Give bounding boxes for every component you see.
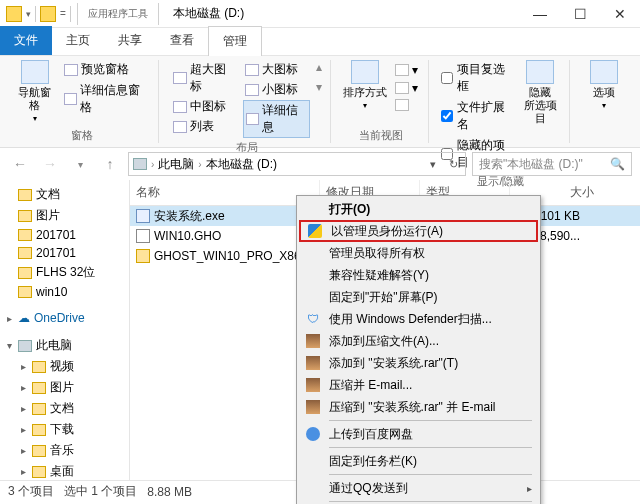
tree-item[interactable]: ▸文档 (0, 398, 129, 419)
chevron-right-icon: ▸ (527, 483, 532, 494)
group-by-button[interactable]: ▾ (393, 62, 420, 78)
ribbon-group-panes: 导航窗格 ▾ 预览窗格 详细信息窗格 窗格 (6, 60, 159, 143)
ctx-email-rar[interactable]: 压缩到 "安装系统.rar" 并 E-mail (299, 396, 538, 418)
col-name[interactable]: 名称 (130, 180, 320, 205)
nav-pane-button[interactable]: 导航窗格 ▾ (14, 60, 56, 124)
rar-icon (306, 400, 320, 414)
rar-icon (306, 334, 320, 348)
ctx-defender-scan[interactable]: 🛡使用 Windows Defender扫描... (299, 308, 538, 330)
history-dropdown[interactable]: ▾ (68, 152, 92, 176)
address-row: ← → ▾ ↑ › 此电脑 › 本地磁盘 (D:) ▾ ↻ 搜索"本地磁盘 (D… (0, 148, 640, 180)
nav-tree[interactable]: 文档图片201701201701FLHS 32位win10 ▸☁OneDrive… (0, 180, 130, 480)
status-size: 8.88 MB (147, 485, 192, 499)
chevron-icon[interactable]: › (151, 159, 154, 170)
tree-item[interactable]: 201701 (0, 244, 129, 262)
maximize-button[interactable]: ☐ (560, 0, 600, 28)
back-button[interactable]: ← (8, 152, 32, 176)
tree-item[interactable]: 图片 (0, 205, 129, 226)
quick-access-toolbar: ▾ = (0, 6, 77, 22)
sm-icons-button[interactable]: 小图标 (243, 80, 310, 99)
status-selected: 选中 1 个项目 (64, 483, 137, 500)
up-button[interactable]: ↑ (98, 152, 122, 176)
ribbon: 导航窗格 ▾ 预览窗格 详细信息窗格 窗格 超大图标 中图标 列表 大图标 小图… (0, 56, 640, 148)
address-bar[interactable]: › 此电脑 › 本地磁盘 (D:) ▾ ↻ (128, 152, 466, 176)
qat-arrow[interactable]: = (60, 8, 66, 19)
tree-item[interactable]: win10 (0, 283, 129, 301)
ctx-add-archive[interactable]: 添加到压缩文件(A)... (299, 330, 538, 352)
tree-item[interactable]: FLHS 32位 (0, 262, 129, 283)
ribbon-group-show-hide: 项目复选框 文件扩展名 隐藏的项目 隐藏 所选项目 显示/隐藏 (433, 60, 570, 143)
tree-item[interactable]: ▸音乐 (0, 440, 129, 461)
tree-onedrive[interactable]: ▸☁OneDrive (0, 309, 129, 327)
dropdown-icon[interactable]: ▾ (425, 158, 441, 171)
folder-icon (32, 424, 46, 436)
ctx-admin-ownership[interactable]: 管理员取得所有权 (299, 242, 538, 264)
group-label: 当前视图 (359, 126, 403, 143)
refresh-icon[interactable]: ↻ (445, 158, 461, 171)
ctx-run-as-admin[interactable]: 以管理员身份运行(A) (299, 220, 538, 242)
file-icon (136, 249, 150, 263)
tab-file[interactable]: 文件 (0, 26, 52, 55)
tree-item[interactable]: ▸视频 (0, 356, 129, 377)
qat-arrow[interactable]: ▾ (26, 9, 31, 19)
tree-item[interactable]: ▸下载 (0, 419, 129, 440)
ctx-compat-troubleshoot[interactable]: 兼容性疑难解答(Y) (299, 264, 538, 286)
ctx-open[interactable]: 打开(O) (299, 198, 538, 220)
group-label: 窗格 (71, 126, 93, 143)
folder-icon (32, 361, 46, 373)
scroll-up-icon[interactable]: ▴ (316, 60, 322, 74)
tab-manage[interactable]: 管理 (208, 26, 262, 56)
folder-icon (18, 267, 32, 279)
status-count: 3 个项目 (8, 483, 54, 500)
ctx-pin-start[interactable]: 固定到"开始"屏幕(P) (299, 286, 538, 308)
details-button[interactable]: 详细信息 (243, 100, 310, 138)
tree-item[interactable]: ▸桌面 (0, 461, 129, 480)
forward-button[interactable]: → (38, 152, 62, 176)
ctx-baidu-upload[interactable]: 上传到百度网盘 (299, 423, 538, 445)
tab-view[interactable]: 查看 (156, 26, 208, 55)
lg-icons-button[interactable]: 大图标 (243, 60, 310, 79)
search-input[interactable]: 搜索"本地磁盘 (D:)" 🔍 (472, 152, 632, 176)
tree-item[interactable]: 文档 (0, 184, 129, 205)
folder-icon (18, 189, 32, 201)
ctx-pin-taskbar[interactable]: 固定到任务栏(K) (299, 450, 538, 472)
options-button[interactable]: 选项 ▾ (582, 60, 626, 111)
contextual-tool-tab[interactable]: 应用程序工具 (77, 3, 159, 25)
xl-icons-button[interactable]: 超大图标 (171, 60, 236, 96)
folder-icon (18, 229, 32, 241)
folder-icon (18, 286, 32, 298)
folder-icon (32, 403, 46, 415)
ribbon-group-layout: 超大图标 中图标 列表 大图标 小图标 详细信息 ▴ ▾ 布局 (163, 60, 331, 143)
close-button[interactable]: ✕ (600, 0, 640, 28)
ctx-email[interactable]: 压缩并 E-mail... (299, 374, 538, 396)
folder-icon (18, 247, 32, 259)
add-columns-button[interactable]: ▾ (393, 80, 420, 96)
crumb-this-pc[interactable]: 此电脑 (158, 156, 194, 173)
scroll-down-icon[interactable]: ▾ (316, 80, 322, 94)
crumb-path[interactable]: 本地磁盘 (D:) (206, 156, 277, 173)
search-placeholder: 搜索"本地磁盘 (D:)" (479, 156, 583, 173)
minimize-button[interactable]: — (520, 0, 560, 28)
size-columns-button[interactable] (393, 98, 420, 112)
tree-item[interactable]: ▸图片 (0, 377, 129, 398)
sort-by-button[interactable]: 排序方式 ▾ (343, 60, 387, 111)
check-file-ext[interactable]: 文件扩展名 (441, 98, 513, 134)
folder-icon (32, 382, 46, 394)
preview-pane-button[interactable]: 预览窗格 (62, 60, 150, 79)
file-icon (136, 209, 150, 223)
ctx-add-rar[interactable]: 添加到 "安装系统.rar"(T) (299, 352, 538, 374)
tab-share[interactable]: 共享 (104, 26, 156, 55)
list-button[interactable]: 列表 (171, 117, 236, 136)
tab-home[interactable]: 主页 (52, 26, 104, 55)
tree-this-pc[interactable]: ▾此电脑 (0, 335, 129, 356)
window-title: 本地磁盘 (D:) (173, 5, 244, 22)
ctx-qq-send[interactable]: 通过QQ发送到▸ (299, 477, 538, 499)
details-pane-button[interactable]: 详细信息窗格 (62, 81, 150, 117)
hide-selected-button[interactable]: 隐藏 所选项目 (519, 60, 561, 126)
tree-item[interactable]: 201701 (0, 226, 129, 244)
folder-icon (40, 6, 56, 22)
chevron-icon[interactable]: › (198, 159, 201, 170)
folder-icon (32, 445, 46, 457)
check-item-checkboxes[interactable]: 项目复选框 (441, 60, 513, 96)
md-icons-button[interactable]: 中图标 (171, 97, 236, 116)
